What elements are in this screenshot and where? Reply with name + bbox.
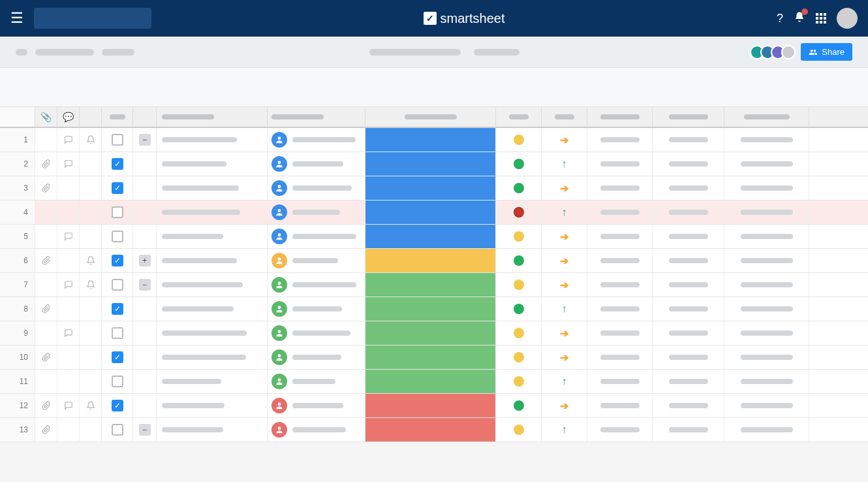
- share-button[interactable]: Share: [801, 43, 852, 61]
- checkbox[interactable]: [112, 134, 123, 146]
- user-avatar[interactable]: [837, 8, 858, 29]
- data-cell[interactable]: [587, 418, 653, 442]
- reminder-cell[interactable]: [80, 225, 102, 248]
- expand-button[interactable]: −: [139, 424, 151, 436]
- trend-cell[interactable]: ↑: [542, 152, 587, 176]
- attachment-cell[interactable]: [35, 394, 57, 417]
- expand-cell[interactable]: −: [133, 128, 157, 152]
- assignee-cell[interactable]: [268, 297, 365, 321]
- table-row[interactable]: 10✓➔: [0, 345, 868, 370]
- comment-cell[interactable]: [57, 321, 80, 345]
- expand-cell[interactable]: [133, 394, 157, 417]
- task-cell[interactable]: [157, 321, 268, 345]
- reminder-cell[interactable]: [80, 128, 102, 152]
- checkbox[interactable]: ✓: [112, 400, 123, 411]
- reminder-cell[interactable]: [80, 321, 102, 345]
- data-cell[interactable]: [724, 273, 809, 297]
- task-cell[interactable]: [157, 345, 268, 369]
- header-attachment[interactable]: 📎: [35, 107, 57, 127]
- attachment-cell[interactable]: [35, 176, 57, 200]
- header-col[interactable]: [724, 107, 809, 127]
- attachment-cell[interactable]: [35, 225, 57, 248]
- health-cell[interactable]: [496, 176, 542, 200]
- trend-cell[interactable]: ↑: [542, 297, 587, 321]
- health-cell[interactable]: [496, 321, 542, 345]
- task-cell[interactable]: [157, 201, 268, 224]
- table-row[interactable]: 2✓↑: [0, 152, 868, 176]
- trend-cell[interactable]: ➔: [542, 176, 587, 200]
- data-cell[interactable]: [653, 249, 724, 272]
- data-cell[interactable]: [724, 201, 809, 224]
- assignee-cell[interactable]: [268, 418, 365, 442]
- presence-avatar[interactable]: [781, 45, 796, 59]
- status-cell[interactable]: [365, 273, 496, 297]
- data-cell[interactable]: [653, 273, 724, 297]
- data-cell[interactable]: [653, 128, 724, 152]
- comment-cell[interactable]: [57, 152, 80, 176]
- status-cell[interactable]: [365, 418, 496, 442]
- attachment-cell[interactable]: [35, 370, 57, 393]
- task-cell[interactable]: [157, 394, 268, 417]
- trend-cell[interactable]: ➔: [542, 321, 587, 345]
- attachment-cell[interactable]: [35, 128, 57, 152]
- data-cell[interactable]: [724, 297, 809, 321]
- data-cell[interactable]: [653, 345, 724, 369]
- data-cell[interactable]: [724, 321, 809, 345]
- status-cell[interactable]: [365, 249, 496, 272]
- checkbox[interactable]: [112, 231, 123, 242]
- table-row[interactable]: 6✓+➔: [0, 249, 868, 273]
- task-cell[interactable]: [157, 225, 268, 248]
- status-cell[interactable]: [365, 370, 496, 393]
- table-row[interactable]: 11↑: [0, 370, 868, 394]
- reminder-cell[interactable]: [80, 249, 102, 272]
- reminder-cell[interactable]: [80, 418, 102, 442]
- comment-cell[interactable]: [57, 370, 80, 393]
- health-cell[interactable]: [496, 370, 542, 393]
- comment-cell[interactable]: [57, 297, 80, 321]
- header-reminder[interactable]: [80, 107, 102, 127]
- data-cell[interactable]: [653, 225, 724, 248]
- reminder-cell[interactable]: [80, 297, 102, 321]
- table-row[interactable]: 7−➔: [0, 273, 868, 297]
- reminder-cell[interactable]: [80, 273, 102, 297]
- data-cell[interactable]: [653, 152, 724, 176]
- data-cell[interactable]: [587, 152, 653, 176]
- expand-cell[interactable]: −: [133, 418, 157, 442]
- table-row[interactable]: 12✓➔: [0, 394, 868, 418]
- health-cell[interactable]: [496, 345, 542, 369]
- header-assignee[interactable]: [268, 107, 365, 127]
- expand-button[interactable]: −: [139, 134, 151, 146]
- data-cell[interactable]: [653, 321, 724, 345]
- status-cell[interactable]: [365, 394, 496, 417]
- data-cell[interactable]: [587, 225, 653, 248]
- reminder-cell[interactable]: [80, 176, 102, 200]
- health-cell[interactable]: [496, 128, 542, 152]
- checkbox-cell[interactable]: ✓: [102, 249, 133, 272]
- checkbox-cell[interactable]: [102, 201, 133, 224]
- reminder-cell[interactable]: [80, 394, 102, 417]
- checkbox-cell[interactable]: [102, 225, 133, 248]
- trend-cell[interactable]: ➔: [542, 128, 587, 152]
- data-cell[interactable]: [587, 321, 653, 345]
- table-row[interactable]: 8✓↑: [0, 297, 868, 321]
- search-input[interactable]: [34, 8, 151, 29]
- comment-cell[interactable]: [57, 345, 80, 369]
- task-cell[interactable]: [157, 370, 268, 393]
- task-cell[interactable]: [157, 152, 268, 176]
- assignee-cell[interactable]: [268, 152, 365, 176]
- trend-cell[interactable]: ↑: [542, 370, 587, 393]
- health-cell[interactable]: [496, 394, 542, 417]
- assignee-cell[interactable]: [268, 321, 365, 345]
- data-cell[interactable]: [653, 176, 724, 200]
- trend-cell[interactable]: ↑: [542, 418, 587, 442]
- nav-pill[interactable]: [16, 49, 27, 56]
- checkbox-cell[interactable]: ✓: [102, 345, 133, 369]
- nav-pill[interactable]: [102, 49, 134, 56]
- assignee-cell[interactable]: [268, 345, 365, 369]
- assignee-cell[interactable]: [268, 273, 365, 297]
- data-cell[interactable]: [587, 249, 653, 272]
- checkbox-cell[interactable]: [102, 370, 133, 393]
- data-cell[interactable]: [587, 176, 653, 200]
- assignee-cell[interactable]: [268, 249, 365, 272]
- expand-cell[interactable]: [133, 345, 157, 369]
